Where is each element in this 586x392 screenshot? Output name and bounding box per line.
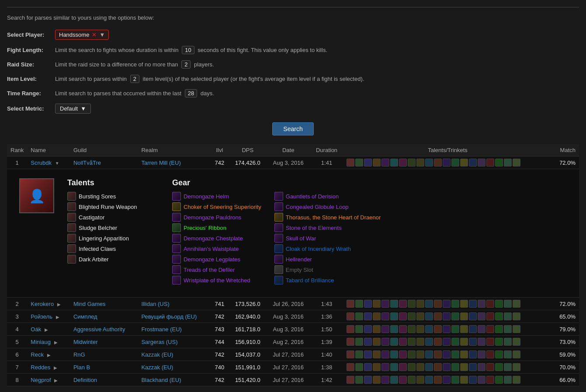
guild-link[interactable]: Plan B [73,364,90,371]
talent-item[interactable]: Dark Arbiter [67,255,155,264]
expand-arrow-icon[interactable]: ▶ [56,315,59,319]
realm-link[interactable]: Tarren Mill (EU) [141,160,180,166]
table-row[interactable]: 1Scrubdk ▼NollTvåTreTarren Mill (EU)7421… [7,156,579,169]
guild-cell[interactable]: NollTvåTre [70,156,138,169]
expand-arrow-icon[interactable]: ▶ [54,378,58,383]
gear-item[interactable]: Empty Slot [274,265,381,274]
name-cell[interactable]: Oák ▶ [27,323,70,336]
realm-cell[interactable]: Kazzak (EU) [138,361,210,374]
player-link[interactable]: Kerokero [31,301,54,307]
gear-item[interactable]: Demongaze Chestplate [172,234,261,243]
table-row[interactable]: 8Negprof ▶DefinitionBlackhand (EU)742151… [7,374,579,386]
expand-arrow-icon[interactable]: ▶ [45,327,48,332]
guild-cell[interactable]: Definition [70,374,138,386]
talent-item[interactable]: Castigator [67,213,155,222]
realm-link[interactable]: Illidan (US) [141,301,169,307]
realm-cell[interactable]: Blackhand (EU) [138,374,210,386]
gear-item[interactable]: Demongaze Helm [172,192,261,201]
realm-link[interactable]: Kazzak (EU) [141,364,173,371]
table-row[interactable]: 5Miniaug ▶MidwinterSargeras (US)744156,9… [7,336,579,348]
player-link[interactable]: Miniaug [31,339,51,345]
gear-item[interactable]: Demongaze Pauldrons [172,213,261,222]
gear-item[interactable]: Demongaze Legplates [172,255,261,264]
table-row[interactable]: 3Ройзель ▶СимпледРевущий фьорд (EU)74216… [7,310,579,323]
realm-cell[interactable]: Sargeras (US) [138,336,210,348]
fight-length-value[interactable]: 10 [182,46,194,54]
realm-cell[interactable]: Kazzak (EU) [138,348,210,361]
gear-item[interactable]: Stone of the Elements [274,223,381,232]
name-cell[interactable]: Scrubdk ▼ [27,156,70,169]
talent-item[interactable]: Blighted Rune Weapon [67,202,155,211]
raid-size-value[interactable]: 2 [181,60,191,69]
talent-icon [67,192,76,201]
player-link[interactable]: Scrubdk [31,160,52,166]
guild-link[interactable]: RnG [73,351,85,358]
expand-arrow-icon[interactable]: ▶ [54,340,58,345]
gear-item[interactable]: Congealed Globule Loop [274,202,381,211]
metric-dropdown[interactable]: Default ▼ [55,104,91,114]
realm-link[interactable]: Frostmane (EU) [141,326,181,333]
guild-link[interactable]: Aggressive Authority [73,326,125,333]
realm-link[interactable]: Blackhand (EU) [141,377,181,383]
player-link[interactable]: Oák [31,326,41,333]
expand-arrow-icon[interactable]: ▶ [47,353,51,357]
gear-item[interactable]: Precious' Ribbon [172,223,261,232]
gear-item[interactable]: Thorasus, the Stone Heart of Draenor [274,213,381,222]
gear-item[interactable]: Wristplate of the Wretched [172,276,261,284]
guild-link[interactable]: NollTvåTre [73,160,101,166]
name-cell[interactable]: Reddes ▶ [27,361,70,374]
expand-arrow-icon[interactable]: ▶ [54,365,57,370]
realm-link[interactable]: Kazzak (EU) [141,351,173,358]
gear-item[interactable]: Skull of War [274,234,381,243]
guild-link[interactable]: Midwinter [73,339,98,345]
table-row[interactable]: 6Reck ▶RnGKazzak (EU)742154,037.0Jul 27,… [7,348,579,361]
player-link[interactable]: Ройзель [31,313,52,320]
player-link[interactable]: Reddes [31,364,50,371]
guild-cell[interactable]: Mind Games [70,298,138,310]
gear-item[interactable]: Hellrender [274,255,381,264]
search-button[interactable]: Search [272,122,313,135]
player-link[interactable]: Reck [31,351,44,358]
guild-cell[interactable]: Aggressive Authority [70,323,138,336]
table-row[interactable]: 2Kerokero ▶Mind GamesIllidan (US)741173,… [7,298,579,310]
gear-item[interactable]: Tabard of Brilliance [274,276,381,284]
table-row[interactable]: 4Oák ▶Aggressive AuthorityFrostmane (EU)… [7,323,579,336]
name-cell[interactable]: Negprof ▶ [27,374,70,386]
table-row[interactable]: 7Reddes ▶Plan BKazzak (EU)740151,991.0Ju… [7,361,579,374]
player-badge[interactable]: Handssome ✕ ▼ [55,30,109,40]
realm-cell[interactable]: Frostmane (EU) [138,323,210,336]
gear-item[interactable]: Gauntlets of Derision [274,192,381,201]
name-cell[interactable]: Kerokero ▶ [27,298,70,310]
guild-cell[interactable]: Midwinter [70,336,138,348]
name-cell[interactable]: Reck ▶ [27,348,70,361]
talent-item[interactable]: Bursting Sores [67,192,155,201]
name-cell[interactable]: Ройзель ▶ [27,310,70,323]
remove-player-btn[interactable]: ✕ [92,31,97,38]
expand-arrow-icon[interactable]: ▼ [55,161,59,166]
player-link[interactable]: Negprof [31,377,51,383]
realm-link[interactable]: Ревущий фьорд (EU) [141,313,197,320]
gear-item[interactable]: Cloak of Incendiary Wrath [274,244,381,253]
realm-cell[interactable]: Illidan (US) [138,298,210,310]
guild-cell[interactable]: Plan B [70,361,138,374]
gear-item[interactable]: Annihilan's Waistplate [172,244,261,253]
guild-link[interactable]: Mind Games [73,301,106,307]
talent-item[interactable]: Sludge Belcher [67,223,155,232]
expand-arrow-icon[interactable]: ▶ [57,302,61,307]
guild-cell[interactable]: Симплед [70,310,138,323]
guild-link[interactable]: Симплед [73,313,97,320]
guild-cell[interactable]: RnG [70,348,138,361]
realm-cell[interactable]: Tarren Mill (EU) [138,156,210,169]
name-cell[interactable]: Miniaug ▶ [27,336,70,348]
gear-item[interactable]: Treads of the Defiler [172,265,261,274]
player-dropdown-arrow[interactable]: ▼ [99,31,105,38]
guild-link[interactable]: Definition [73,377,97,383]
gear-item[interactable]: Choker of Sneering Superiority [172,202,261,211]
realm-cell[interactable]: Ревущий фьорд (EU) [138,310,210,323]
gear-icon [274,265,283,274]
item-level-value[interactable]: 2 [130,75,139,83]
talent-item[interactable]: Lingering Apparition [67,234,155,243]
time-range-value[interactable]: 28 [185,89,197,97]
talent-item[interactable]: Infected Claws [67,244,155,253]
realm-link[interactable]: Sargeras (US) [141,339,177,345]
